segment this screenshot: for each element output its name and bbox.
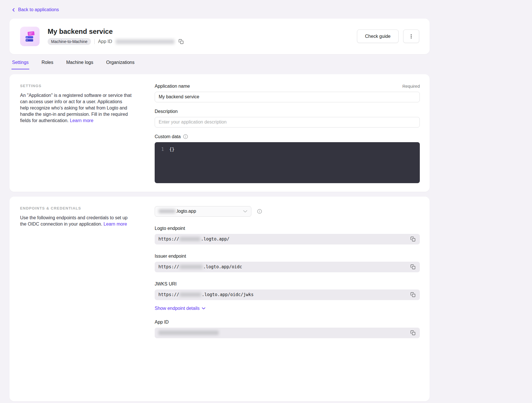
editor-code-content: {} xyxy=(169,146,174,152)
custom-data-label-text: Custom data xyxy=(155,134,181,139)
jwks-uri-group: JWKS URI https:// .logto.app/oidc/jwks xyxy=(155,281,420,300)
app-id-field-label: App ID xyxy=(155,320,169,325)
chevron-left-icon xyxy=(11,8,15,12)
copy-app-id-field-button[interactable] xyxy=(410,330,416,336)
tab-organizations[interactable]: Organizations xyxy=(106,59,135,69)
copy-icon xyxy=(410,236,415,242)
application-header-card: My backend service Machine-to-Machine Ap… xyxy=(9,19,430,54)
copy-icon xyxy=(410,264,415,269)
issuer-endpoint-field: https:// .logto.app/oidc xyxy=(155,262,420,272)
application-name-label: Application name xyxy=(155,84,190,89)
copy-app-id-button[interactable] xyxy=(178,38,184,45)
more-actions-button[interactable] xyxy=(403,30,419,43)
issuer-endpoint-label: Issuer endpoint xyxy=(155,254,186,259)
required-indicator: Required xyxy=(402,84,420,89)
domain-select[interactable]: .logto.app xyxy=(155,206,251,217)
endpoints-section-card: ENDPOINTS & CREDENTIALS Use the followin… xyxy=(9,197,430,401)
app-id-field-group: App ID xyxy=(155,320,420,338)
info-icon[interactable] xyxy=(257,209,262,214)
page-content: Back to applications My backend service … xyxy=(9,0,430,401)
logto-endpoint-field: https:// .logto.app/ xyxy=(155,234,420,244)
logto-endpoint-value: https:// .logto.app/ xyxy=(158,236,230,242)
tab-settings[interactable]: Settings xyxy=(11,59,29,69)
tab-machine-logs[interactable]: Machine logs xyxy=(66,59,94,69)
tab-roles[interactable]: Roles xyxy=(41,59,54,69)
application-name-input[interactable] xyxy=(155,92,420,102)
endpoint-suffix: .logto.app/ xyxy=(201,236,229,242)
copy-issuer-endpoint-button[interactable] xyxy=(410,264,416,270)
back-row: Back to applications xyxy=(9,0,430,19)
app-id-redacted-value xyxy=(116,39,174,44)
endpoints-section-intro: ENDPOINTS & CREDENTIALS Use the followin… xyxy=(20,206,132,227)
endpoint-redacted-value xyxy=(180,237,200,241)
endpoint-prefix: https:// xyxy=(158,264,179,269)
chevron-down-icon xyxy=(202,307,205,310)
app-id-label: App ID xyxy=(98,39,112,44)
application-title: My backend service xyxy=(48,28,184,36)
endpoints-section-description: Use the following endpoints and credenti… xyxy=(20,215,132,227)
settings-section-description: An "Application" is a registered softwar… xyxy=(20,92,132,124)
copy-icon xyxy=(178,39,184,44)
header-actions: Check guide xyxy=(357,30,419,43)
domain-suffix-text: .logto.app xyxy=(176,209,196,214)
settings-section-intro: SETTINGS An "Application" is a registere… xyxy=(20,84,132,124)
application-name-field-group: Application name Required xyxy=(155,84,420,102)
copy-jwks-uri-button[interactable] xyxy=(410,292,416,298)
info-icon[interactable] xyxy=(183,134,188,139)
custom-data-code-editor[interactable]: 1 {} xyxy=(155,142,420,183)
application-type-badge: Machine-to-Machine xyxy=(48,38,91,45)
kebab-menu-icon xyxy=(409,34,414,39)
copy-icon xyxy=(410,330,415,335)
description-field-group: Description xyxy=(155,109,420,128)
issuer-endpoint-value: https:// .logto.app/oidc xyxy=(158,264,242,269)
app-id-value xyxy=(158,330,219,335)
tab-bar: Settings Roles Machine logs Organization… xyxy=(11,59,430,69)
endpoints-form: .logto.app Logto endpoint https:// .logt… xyxy=(155,206,420,338)
issuer-endpoint-group: Issuer endpoint https:// .logto.app/oidc xyxy=(155,254,420,272)
domain-row: .logto.app xyxy=(155,206,420,217)
editor-line-number: 1 xyxy=(155,146,164,152)
domain-redacted-value xyxy=(159,209,175,213)
custom-data-label: Custom data xyxy=(155,134,188,139)
application-logo-icon xyxy=(20,27,40,46)
application-meta: Machine-to-Machine App ID xyxy=(48,38,184,45)
description-label: Description xyxy=(155,109,178,114)
endpoint-redacted-value xyxy=(180,293,201,297)
back-to-applications-link[interactable]: Back to applications xyxy=(11,7,59,12)
custom-data-field-group: Custom data 1 {} xyxy=(155,134,420,183)
jwks-uri-label: JWKS URI xyxy=(155,281,176,287)
settings-section-card: SETTINGS An "Application" is a registere… xyxy=(9,74,430,192)
endpoint-prefix: https:// xyxy=(158,236,179,242)
jwks-uri-field: https:// .logto.app/oidc/jwks xyxy=(155,289,420,300)
endpoint-redacted-value xyxy=(180,265,203,269)
check-guide-button[interactable]: Check guide xyxy=(357,30,399,43)
endpoints-learn-more-link[interactable]: Learn more xyxy=(104,222,127,226)
settings-section-heading: SETTINGS xyxy=(20,84,132,88)
show-endpoint-details-label: Show endpoint details xyxy=(155,306,200,311)
logto-endpoint-label: Logto endpoint xyxy=(155,226,185,231)
domain-select-value: .logto.app xyxy=(159,209,196,214)
app-id-redacted-value xyxy=(158,330,219,335)
endpoint-suffix: .logto.app/oidc xyxy=(203,264,242,269)
back-link-label: Back to applications xyxy=(18,7,59,12)
jwks-uri-value: https:// .logto.app/oidc/jwks xyxy=(158,292,254,297)
application-info: My backend service Machine-to-Machine Ap… xyxy=(48,28,184,45)
endpoint-prefix: https:// xyxy=(158,292,179,297)
settings-learn-more-link[interactable]: Learn more xyxy=(70,118,93,123)
logto-endpoint-group: Logto endpoint https:// .logto.app/ xyxy=(155,226,420,244)
copy-logto-endpoint-button[interactable] xyxy=(410,236,416,242)
chevron-down-icon xyxy=(243,210,247,213)
meta-divider xyxy=(94,39,95,44)
copy-icon xyxy=(410,292,415,297)
endpoint-suffix: .logto.app/oidc/jwks xyxy=(202,292,254,297)
description-input[interactable] xyxy=(155,117,420,128)
settings-form: Application name Required Description Cu… xyxy=(155,84,420,183)
show-endpoint-details-link[interactable]: Show endpoint details xyxy=(155,306,205,311)
app-id-field xyxy=(155,328,420,338)
endpoints-section-heading: ENDPOINTS & CREDENTIALS xyxy=(20,206,132,210)
